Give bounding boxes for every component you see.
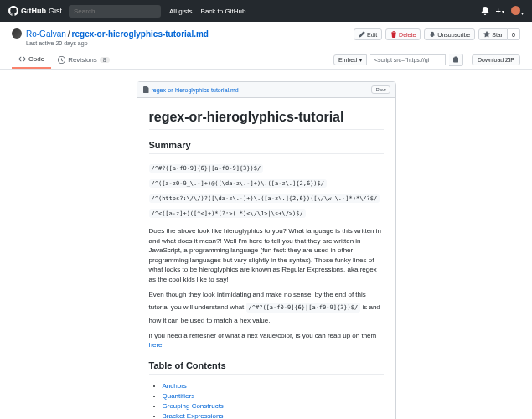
copy-button[interactable] — [449, 54, 463, 66]
tabs-row: Code Revisions8 Embed ▾ Download ZIP — [0, 51, 532, 70]
edit-button[interactable]: Edit — [354, 28, 382, 40]
logo-text-b: Gist — [49, 7, 62, 15]
nav-links: All gists Back to GitHub — [169, 8, 245, 15]
star-icon — [483, 31, 490, 38]
github-icon — [8, 6, 18, 16]
breadcrumb-sep: / — [68, 29, 70, 39]
embed-url-input[interactable] — [370, 54, 446, 65]
breadcrumb-user[interactable]: Ro-Galvan — [26, 29, 66, 39]
file-box: regex-or-hieroglyphics-tutorial.md Raw r… — [137, 81, 396, 419]
star-count[interactable]: 0 — [508, 28, 520, 40]
file-icon — [142, 86, 149, 93]
unsubscribe-button[interactable]: Unsubscribe — [424, 28, 475, 40]
topbar-right: +▾ ▾ — [481, 6, 524, 17]
toc-bracket[interactable]: Bracket Expressions — [163, 412, 224, 419]
embed-dropdown[interactable]: Embed ▾ — [333, 54, 367, 65]
nav-all-gists[interactable]: All gists — [169, 8, 193, 15]
markdown-body: regex-or-hieroglyphics-tutorial Summary … — [137, 98, 395, 419]
para-refresher: If you need a refresher of what a hex va… — [149, 331, 384, 350]
para-intro: Does the above look like hieroglyphics t… — [149, 226, 384, 285]
heading-summary: Summary — [149, 140, 384, 154]
search-input[interactable] — [69, 5, 161, 18]
toc-grouping[interactable]: Grouping Constructs — [163, 402, 224, 410]
code-regex-2: /^([a-z0-9_\.-]+)@([\da-z\.-]+)\.([a-z\.… — [149, 179, 328, 188]
tab-code[interactable]: Code — [12, 51, 51, 69]
download-zip-button[interactable]: Download ZIP — [472, 54, 520, 65]
star-group: Star 0 — [478, 28, 520, 40]
last-active: Last active 20 days ago — [26, 40, 209, 46]
bell-slash-icon — [429, 31, 436, 38]
para-tutorial: Even though they look intimidating and m… — [149, 290, 384, 326]
tab-revisions[interactable]: Revisions8 — [51, 52, 116, 68]
code-regex-1: /^#?([a-f0-9]{6}|[a-f0-9]{3})$/ — [149, 164, 264, 173]
code-regex-3: /^(https?:\/\/)?([\da-z\.-]+)\.([a-z\.]{… — [149, 194, 380, 203]
logo[interactable]: GitHub Gist — [8, 6, 62, 16]
notifications-icon[interactable] — [481, 7, 489, 15]
breadcrumb-file[interactable]: regex-or-hieroglyphics-tutorial.md — [72, 29, 209, 39]
file-header: regex-or-hieroglyphics-tutorial.md Raw — [137, 82, 395, 98]
history-icon — [58, 56, 65, 64]
code-regex-4: /^<([a-z]+)([^<]+)*(?:>(.*)<\/\1>|\s+\/>… — [149, 210, 306, 218]
star-button[interactable]: Star — [478, 28, 508, 40]
file-name-link[interactable]: regex-or-hieroglyphics-tutorial.md — [152, 87, 239, 93]
clipboard-icon — [452, 56, 459, 63]
author-avatar[interactable] — [12, 28, 22, 39]
delete-button[interactable]: Delete — [385, 28, 421, 40]
link-here[interactable]: here — [149, 341, 163, 349]
code-icon — [18, 55, 26, 63]
revisions-count: 8 — [100, 57, 110, 63]
user-menu[interactable]: ▾ — [511, 6, 524, 17]
gist-header: Ro-Galvan/regex-or-hieroglyphics-tutoria… — [0, 22, 532, 46]
code-inline: /^#?([a-f0-9]{6}|[a-f0-9]{3})$/ — [246, 303, 361, 313]
nav-back-github[interactable]: Back to GitHub — [201, 8, 246, 15]
toc-anchors[interactable]: Anchors — [163, 382, 187, 390]
topbar: GitHub Gist All gists Back to GitHub +▾ … — [0, 0, 532, 22]
new-gist-icon[interactable]: +▾ — [496, 6, 504, 16]
trash-icon — [390, 31, 397, 38]
heading-toc: Table of Contents — [149, 360, 384, 375]
avatar-icon — [511, 6, 520, 15]
toc-list: Anchors Quantifiers Grouping Constructs … — [149, 381, 384, 419]
tabs-right: Embed ▾ Download ZIP — [333, 54, 520, 66]
header-actions: Edit Delete Unsubscribe Star 0 — [354, 28, 520, 40]
pencil-icon — [359, 31, 365, 38]
toc-quantifiers[interactable]: Quantifiers — [163, 392, 195, 400]
breadcrumb: Ro-Galvan/regex-or-hieroglyphics-tutoria… — [26, 29, 209, 39]
raw-button[interactable]: Raw — [371, 85, 390, 94]
content: regex-or-hieroglyphics-tutorial.md Raw r… — [137, 81, 396, 419]
logo-text-a: GitHub — [21, 7, 46, 15]
doc-title: regex-or-hieroglyphics-tutorial — [149, 110, 384, 130]
